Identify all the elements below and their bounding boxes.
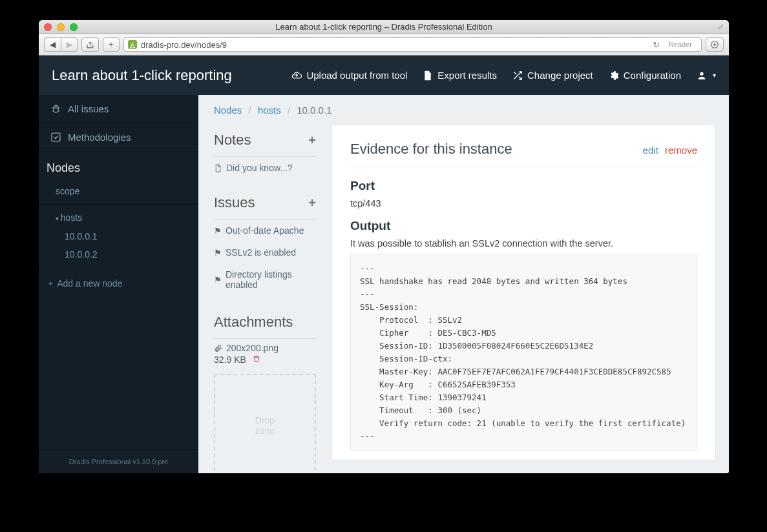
configuration-label: Configuration bbox=[624, 70, 681, 81]
share-button[interactable] bbox=[81, 37, 99, 52]
main-area: Nodes / hosts / 10.0.0.1 Notes + bbox=[198, 95, 729, 473]
breadcrumb-sep: / bbox=[249, 105, 251, 116]
issue-label-0: Out-of-date Apache bbox=[226, 225, 304, 236]
tree-item-hosts[interactable]: hosts bbox=[39, 208, 198, 227]
configuration-link[interactable]: Configuration bbox=[609, 70, 681, 81]
bug-icon bbox=[50, 103, 61, 114]
back-button[interactable]: ◀ bbox=[44, 37, 61, 52]
browser-toolbar: ◀ ▶ + △ dradis-pro.dev/nodes/9 ↻ Reader bbox=[39, 34, 729, 56]
all-issues-label: All issues bbox=[68, 103, 109, 114]
delete-attachment-button[interactable] bbox=[253, 355, 260, 365]
breadcrumb-nodes[interactable]: Nodes bbox=[214, 105, 242, 116]
window-zoom-button[interactable] bbox=[70, 23, 78, 31]
nodes-heading: Nodes bbox=[39, 152, 198, 181]
note-item-0[interactable]: Did you know...? bbox=[214, 157, 331, 179]
secondary-column: Notes + Did you know...? Issues + ⚑ bbox=[198, 125, 331, 473]
issue-label-2: Directory listings enabled bbox=[226, 269, 316, 290]
tree-child-0[interactable]: 10.0.0.1 bbox=[39, 227, 198, 245]
change-project-label: Change project bbox=[527, 70, 593, 81]
file-icon bbox=[214, 164, 222, 172]
add-node-label: Add a new node bbox=[57, 278, 122, 289]
url-bar[interactable]: △ dradis-pro.dev/nodes/9 ↻ Reader bbox=[123, 37, 702, 52]
notes-heading-row: Notes + bbox=[214, 125, 316, 157]
project-title: Learn about 1-click reporting bbox=[52, 67, 232, 84]
trash-icon bbox=[253, 355, 260, 363]
shuffle-icon bbox=[512, 70, 523, 81]
upload-link[interactable]: Upload output from tool bbox=[291, 70, 407, 81]
svg-rect-3 bbox=[52, 133, 60, 141]
port-heading: Port bbox=[350, 179, 697, 193]
content-panel: Evidence for this instance edit remove P… bbox=[331, 125, 716, 460]
issue-item-0[interactable]: ⚑ Out-of-date Apache bbox=[214, 220, 331, 241]
attachment-size: 32.9 KB bbox=[214, 354, 246, 365]
window-minimize-button[interactable] bbox=[57, 23, 65, 31]
paperclip-icon bbox=[214, 344, 222, 353]
tree-child-1[interactable]: 10.0.0.2 bbox=[39, 245, 198, 263]
url-text: dradis-pro.dev/nodes/9 bbox=[141, 40, 227, 50]
plus-icon: + bbox=[48, 278, 53, 289]
breadcrumb-sep: / bbox=[288, 105, 290, 116]
reload-icon[interactable]: ↻ bbox=[653, 40, 660, 50]
flag-icon: ⚑ bbox=[214, 248, 222, 258]
window-close-button[interactable] bbox=[44, 23, 52, 31]
content-title: Evidence for this instance bbox=[350, 141, 512, 158]
add-node-button[interactable]: + Add a new node bbox=[39, 271, 198, 296]
remove-link[interactable]: remove bbox=[665, 145, 697, 156]
issue-item-1[interactable]: ⚑ SSLv2 is enabled bbox=[214, 241, 331, 263]
navbar-right: Upload output from tool Export results C… bbox=[291, 70, 716, 81]
window-title: Learn about 1-click reporting – Dradis P… bbox=[39, 22, 729, 32]
dropzone-label: Drop zone bbox=[255, 415, 275, 436]
svg-point-2 bbox=[700, 72, 703, 75]
attachment-item[interactable]: 200x200.png bbox=[214, 339, 331, 354]
note-label-0: Did you know...? bbox=[226, 163, 293, 173]
app-root: Learn about 1-click reporting Upload out… bbox=[39, 56, 729, 473]
attachment-name: 200x200.png bbox=[226, 343, 278, 353]
add-bookmark-button[interactable]: + bbox=[103, 37, 120, 52]
svg-point-0 bbox=[713, 43, 716, 46]
divider bbox=[39, 204, 198, 205]
sidebar-item-methodologies[interactable]: Methodologies bbox=[39, 123, 198, 152]
user-icon bbox=[697, 70, 707, 81]
browser-window: Learn about 1-click reporting – Dradis P… bbox=[39, 20, 729, 473]
forward-button[interactable]: ▶ bbox=[61, 37, 78, 52]
upload-label: Upload output from tool bbox=[306, 70, 407, 81]
issue-item-2[interactable]: ⚑ Directory listings enabled bbox=[214, 263, 331, 296]
add-issue-button[interactable]: + bbox=[308, 196, 316, 210]
export-link[interactable]: Export results bbox=[423, 70, 497, 81]
breadcrumb-hosts[interactable]: hosts bbox=[258, 105, 281, 116]
methodologies-label: Methodologies bbox=[68, 132, 131, 143]
dropzone[interactable]: Drop zone bbox=[214, 374, 316, 473]
panels: Notes + Did you know...? Issues + ⚑ bbox=[198, 125, 729, 473]
edit-link[interactable]: edit bbox=[643, 145, 658, 156]
attachments-heading: Attachments bbox=[214, 314, 293, 331]
site-favicon-icon: △ bbox=[128, 40, 137, 49]
export-label: Export results bbox=[437, 70, 497, 81]
file-export-icon bbox=[423, 70, 433, 81]
issues-heading-row: Issues + bbox=[214, 188, 316, 220]
add-note-button[interactable]: + bbox=[308, 133, 316, 148]
content-header: Evidence for this instance edit remove bbox=[350, 141, 697, 167]
flag-icon: ⚑ bbox=[214, 275, 222, 285]
issue-label-1: SSLv2 is enabled bbox=[226, 247, 296, 258]
sidebar-item-all-issues[interactable]: All issues bbox=[39, 95, 198, 123]
workspace: All issues Methodologies Nodes scope hos… bbox=[39, 95, 729, 473]
sidebar-footer: Dradis Professional v1.10.0.pre bbox=[39, 449, 198, 473]
checklist-icon bbox=[50, 132, 61, 143]
tree-item-scope[interactable]: scope bbox=[39, 181, 198, 201]
notes-heading: Notes bbox=[214, 132, 251, 148]
attachment-meta: 32.9 KB bbox=[214, 354, 331, 374]
output-block: --- SSL handshake has read 2048 bytes an… bbox=[350, 254, 697, 451]
output-intro: It was possible to stablish an SSLv2 con… bbox=[350, 238, 697, 249]
reader-button[interactable]: Reader bbox=[664, 41, 697, 48]
attachments-heading-row: Attachments bbox=[214, 307, 316, 339]
sidebar: All issues Methodologies Nodes scope hos… bbox=[39, 95, 198, 473]
tree-hosts-label: hosts bbox=[61, 212, 82, 223]
user-menu[interactable]: ▾ bbox=[697, 70, 716, 81]
menu-button[interactable] bbox=[706, 37, 724, 52]
change-project-link[interactable]: Change project bbox=[512, 70, 593, 81]
resize-icon[interactable]: ⤢ bbox=[718, 23, 724, 31]
content-actions: edit remove bbox=[643, 145, 697, 156]
output-heading: Output bbox=[350, 219, 697, 233]
title-bar: Learn about 1-click reporting – Dradis P… bbox=[39, 20, 729, 34]
app-navbar: Learn about 1-click reporting Upload out… bbox=[39, 56, 729, 95]
